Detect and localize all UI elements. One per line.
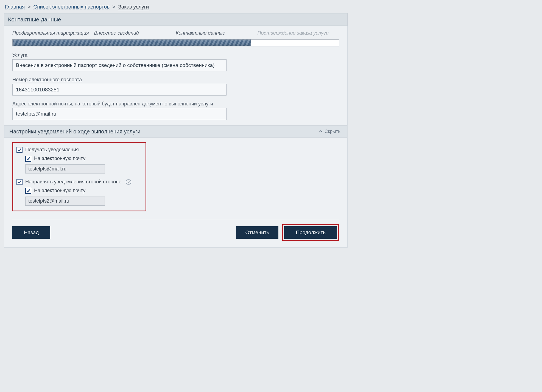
passport-value: 164311001083251 <box>12 84 227 96</box>
progress-fill <box>13 40 251 46</box>
service-value: Внесение в электронный паспорт сведений … <box>12 59 227 71</box>
continue-button[interactable]: Продолжить <box>284 226 337 239</box>
action-bar: Назад Отменить Продолжить <box>12 224 339 241</box>
collapse-toggle[interactable]: Скрыть <box>319 129 340 134</box>
service-label: Услуга <box>12 52 339 58</box>
breadcrumb-list[interactable]: Список электронных паспортов <box>33 4 110 10</box>
email-value: testelpts@mail.ru <box>12 108 227 120</box>
step-info: Внесение сведений <box>94 30 176 36</box>
collapse-label: Скрыть <box>325 129 340 134</box>
stepper: Предварительная тарификация Внесение све… <box>12 30 339 36</box>
progress-bar <box>12 39 339 46</box>
panel-title: Контактные данные <box>4 13 348 26</box>
checkbox-receive-notifications[interactable] <box>16 147 23 153</box>
help-icon[interactable]: ? <box>126 179 131 185</box>
by-email-label-2: На электронную почту <box>34 188 85 194</box>
passport-label: Номер электронного паспорта <box>12 77 339 83</box>
chevron-up-icon <box>319 129 323 134</box>
step-tariff: Предварительная тарификация <box>12 30 94 36</box>
check-icon <box>26 157 30 161</box>
notif-email-2[interactable] <box>25 197 105 206</box>
divider <box>12 219 339 219</box>
step-contact: Контактные данные <box>176 30 258 36</box>
email-label: Адрес электронной почты, на который буде… <box>12 101 339 107</box>
chevron-right-icon: > <box>27 4 30 10</box>
notif-email-1[interactable] <box>25 164 105 173</box>
check-icon <box>17 180 22 184</box>
back-button[interactable]: Назад <box>12 226 50 239</box>
check-icon <box>26 189 30 193</box>
step-confirm: Подтверждение заказа услуги <box>258 30 339 36</box>
cancel-button[interactable]: Отменить <box>236 226 279 239</box>
notifications-block: Получать уведомления На электронную почт… <box>12 142 146 211</box>
breadcrumb-home[interactable]: Главная <box>5 4 25 10</box>
checkbox-notify-second-party[interactable] <box>16 179 23 185</box>
breadcrumb: Главная > Список электронных паспортов >… <box>4 3 348 13</box>
check-icon <box>17 148 22 152</box>
checkbox-email-1[interactable] <box>25 156 31 162</box>
receive-notifications-label: Получать уведомления <box>25 147 79 153</box>
continue-highlight: Продолжить <box>282 224 339 241</box>
checkbox-email-2[interactable] <box>25 188 31 194</box>
by-email-label-1: На электронную почту <box>34 156 85 161</box>
notifications-title: Настройки уведомлений о ходе выполнения … <box>9 128 140 135</box>
breadcrumb-current: Заказ услуги <box>118 4 149 10</box>
chevron-right-icon: > <box>112 4 115 10</box>
notifications-header: Настройки уведомлений о ходе выполнения … <box>4 125 347 138</box>
form-content: Предварительная тарификация Внесение све… <box>4 26 348 248</box>
notify-second-party-label: Направлять уведомления второй стороне <box>25 179 121 185</box>
